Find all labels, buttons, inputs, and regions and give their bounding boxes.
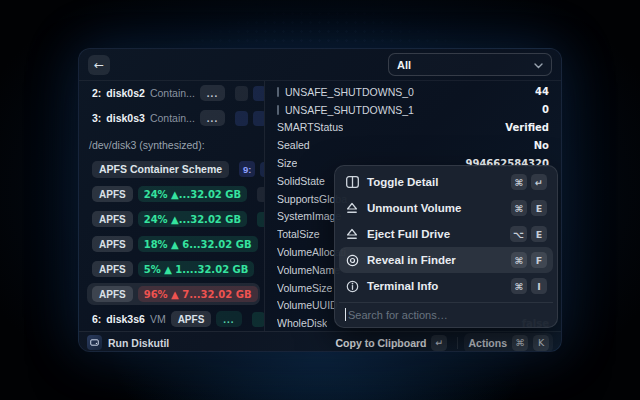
diskutil-app-icon	[87, 335, 102, 350]
actions-menu: Toggle Detail ⌘ ↵ Unmount Volume ⌘ E Eje…	[334, 165, 558, 328]
keycap-cmd: ⌘	[512, 335, 528, 351]
redacted-badge	[235, 111, 248, 126]
menu-item-toggle-detail[interactable]: Toggle Detail ⌘ ↵	[339, 169, 553, 195]
fs-pill: APFS	[171, 311, 212, 327]
redacted-badge	[257, 187, 265, 202]
keycap-k: K	[533, 335, 549, 351]
usage-badge: 5% ▲ 1....32.02 GB	[138, 261, 255, 277]
keycap-cmd: ⌘	[511, 200, 527, 216]
fs-pill: APFS	[92, 186, 133, 202]
action-search-input[interactable]	[348, 309, 547, 321]
redacted-badge	[235, 86, 248, 101]
redacted-badge	[257, 212, 265, 227]
usage-badge: 18% ▲ 6...32.02 GB	[138, 236, 258, 252]
detail-row: SMARTStatusVerified	[277, 119, 549, 137]
menu-item-label: Unmount Volume	[367, 202, 461, 214]
keycap-e: E	[531, 200, 547, 216]
fs-pill: APFS	[92, 261, 133, 277]
chevron-down-icon	[534, 59, 543, 71]
list-item-disk3s6[interactable]: 6: disk3s6 VM APFS ...	[87, 308, 260, 330]
app-window: ← All 2: disk0s2 Contain... ... 3: d	[78, 48, 562, 352]
list-item-apfs-container-scheme[interactable]: APFS Container Scheme 9:	[87, 158, 260, 180]
titlebar: ← All	[79, 49, 561, 81]
more-pill: ...	[216, 311, 241, 327]
toggle-detail-icon	[345, 175, 359, 189]
redacted-badge	[253, 86, 265, 101]
menu-item-label: Toggle Detail	[367, 176, 438, 188]
keycap-cmd: ⌘	[511, 252, 527, 268]
keycap-option: ⌥	[510, 226, 527, 242]
usage-badge: 96% ▲ 7...32.02 GB	[138, 286, 258, 302]
fs-pill: APFS	[92, 211, 133, 227]
list-item-disk0s3[interactable]: 3: disk0s3 Contain... ...	[87, 107, 260, 129]
keycap-e: E	[531, 226, 547, 242]
actions-button[interactable]: Actions ⌘ K	[464, 333, 553, 353]
menu-item-label: Eject Full Drive	[367, 228, 450, 240]
list-item-disk0s2[interactable]: 2: disk0s2 Contain... ...	[87, 82, 260, 104]
action-search-row	[339, 302, 553, 327]
list-item-volume-1[interactable]: APFS 24% ▲...32.02 GB	[87, 183, 260, 205]
scheme-pill: APFS Container Scheme	[92, 161, 229, 178]
redacted-badge	[252, 312, 265, 327]
usage-badge: 24% ▲...32.02 GB	[138, 186, 247, 202]
eject-icon	[345, 227, 359, 241]
menu-item-unmount-volume[interactable]: Unmount Volume ⌘ E	[339, 195, 553, 221]
back-button[interactable]: ←	[88, 55, 110, 75]
usage-badge: 24% ▲...32.02 GB	[138, 211, 247, 227]
disk-list: 2: disk0s2 Contain... ... 3: disk0s3 Con…	[79, 81, 265, 331]
fs-pill: APFS	[92, 236, 133, 252]
list-item-volume-2[interactable]: APFS 24% ▲...32.02 GB	[87, 208, 260, 230]
nested-indent-bar	[277, 105, 279, 115]
more-pill: ...	[200, 110, 225, 126]
eject-icon	[345, 201, 359, 215]
list-item-volume-3[interactable]: APFS 18% ▲ 6...32.02 GB	[87, 233, 260, 255]
detail-row: UNSAFE_SHUTDOWNS_10	[277, 101, 549, 119]
detail-row: SealedNo	[277, 136, 549, 154]
copy-to-clipboard-button[interactable]: Copy to Clipboard ↵	[331, 333, 451, 353]
nested-indent-bar	[277, 87, 279, 97]
menu-item-terminal-info[interactable]: Terminal Info ⌘ I	[339, 273, 553, 299]
info-icon	[345, 279, 359, 293]
keycap-cmd: ⌘	[511, 174, 527, 190]
menu-item-reveal-in-finder[interactable]: Reveal in Finder ⌘ F	[339, 247, 553, 273]
keycap-return: ↵	[531, 174, 547, 190]
eye-icon	[345, 253, 359, 267]
filter-dropdown-value: All	[397, 59, 411, 71]
keycap-return: ↵	[431, 335, 447, 351]
fs-pill: APFS	[92, 286, 133, 302]
number-badge: 9:	[239, 161, 255, 177]
back-arrow-icon: ←	[94, 58, 104, 72]
more-pill: ...	[200, 85, 225, 101]
menu-item-label: Reveal in Finder	[367, 254, 456, 266]
status-bar: Run Diskutil Copy to Clipboard ↵ Actions…	[79, 331, 561, 352]
redacted-badge	[253, 111, 265, 126]
divider	[457, 337, 458, 349]
list-item-volume-4[interactable]: APFS 5% ▲ 1....32.02 GB	[87, 258, 260, 280]
filter-dropdown[interactable]: All	[388, 53, 552, 76]
menu-item-label: Terminal Info	[367, 280, 438, 292]
list-item-volume-5-selected[interactable]: APFS 96% ▲ 7...32.02 GB	[87, 283, 260, 305]
detail-row: UNSAFE_SHUTDOWNS_044	[277, 83, 549, 101]
command-title: Run Diskutil	[108, 337, 169, 349]
keycap-f: F	[531, 252, 547, 268]
menu-item-eject-full-drive[interactable]: Eject Full Drive ⌥ E	[339, 221, 553, 247]
keycap-i: I	[531, 278, 547, 294]
keycap-cmd: ⌘	[511, 278, 527, 294]
text-caret	[345, 308, 346, 321]
section-header-dev-disk3: /dev/disk3 (synthesized):	[87, 135, 260, 155]
